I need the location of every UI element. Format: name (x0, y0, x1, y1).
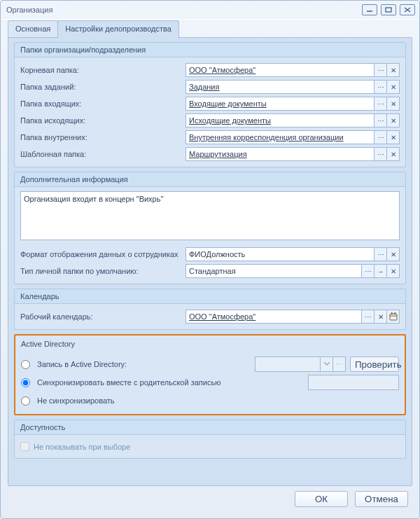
dialog-footer: ОК Отмена (8, 486, 412, 511)
tab-docflow[interactable]: Настройки делопроизводства (57, 20, 179, 39)
ad-record-browse-button[interactable]: ⋯ (333, 357, 346, 372)
tab-page-docflow: Папки организации/подразделения Корневая… (8, 38, 412, 485)
svg-rect-6 (391, 312, 393, 314)
label-outgoing-folder: Папка исходящих: (20, 116, 186, 125)
personal-folder-browse-button[interactable]: ⋯ (362, 264, 374, 278)
label-ad-nosync: Не синхронизировать (37, 396, 115, 405)
work-calendar-browse-button[interactable]: ⋯ (362, 310, 374, 324)
ad-check-button[interactable]: Проверить (350, 357, 399, 372)
svg-rect-7 (394, 312, 396, 314)
cancel-button[interactable]: Отмена (355, 491, 408, 507)
group-extra-title: Дополнительная информация (15, 172, 405, 187)
ad-record-combo[interactable]: ⋯ (255, 357, 346, 372)
label-tasks-folder: Папка заданий: (20, 83, 186, 91)
internal-folder-browse-button[interactable]: ⋯ (374, 130, 387, 144)
group-calendar: Календарь Рабочий календарь: ⋯ ✕ (14, 289, 406, 330)
personal-folder-clear-button[interactable]: ✕ (387, 264, 400, 278)
svg-rect-1 (386, 8, 391, 12)
input-template-folder[interactable] (186, 147, 374, 161)
client-area: Основная Настройки делопроизводства Папк… (1, 20, 419, 518)
group-calendar-title: Календарь (15, 289, 405, 304)
input-root-folder[interactable] (186, 63, 374, 77)
internal-folder-clear-button[interactable]: ✕ (387, 130, 400, 144)
personal-folder-go-button[interactable]: → (374, 264, 387, 278)
radio-ad-nosync[interactable] (21, 396, 30, 406)
close-button[interactable] (400, 4, 415, 15)
root-folder-browse-button[interactable]: ⋯ (374, 63, 387, 77)
input-emp-display[interactable] (186, 247, 374, 261)
chevron-down-icon[interactable] (321, 357, 333, 372)
label-ad-record: Запись в Active Directory: (37, 360, 127, 368)
tab-main[interactable]: Основная (8, 20, 58, 38)
group-availability-title: Доступность (15, 420, 405, 435)
template-folder-clear-button[interactable]: ✕ (387, 147, 400, 161)
minimize-button[interactable] (362, 4, 377, 15)
svg-rect-4 (390, 314, 397, 320)
group-ad-title: Active Directory (15, 335, 405, 351)
group-folders: Папки организации/подразделения Корневая… (14, 42, 406, 167)
extra-memo[interactable] (20, 191, 400, 240)
group-active-directory: Active Directory Запись в Active Directo… (14, 334, 406, 415)
titlebar: Организация (1, 1, 419, 19)
input-outgoing-folder[interactable] (186, 113, 374, 127)
outgoing-folder-clear-button[interactable]: ✕ (387, 113, 400, 127)
label-root-folder: Корневая папка: (20, 66, 186, 74)
root-folder-clear-button[interactable]: ✕ (387, 63, 400, 77)
incoming-folder-browse-button[interactable]: ⋯ (374, 97, 387, 111)
radio-ad-sync[interactable] (21, 378, 30, 387)
radio-ad-record[interactable] (21, 360, 30, 369)
ad-parent-field (308, 375, 399, 390)
window: Организация Основная Настройки делопроиз… (0, 0, 420, 519)
input-incoming-folder[interactable] (186, 97, 374, 111)
tab-page-container: Папки организации/подразделения Корневая… (8, 37, 412, 486)
input-work-calendar[interactable] (186, 310, 362, 324)
emp-display-clear-button[interactable]: ✕ (387, 247, 400, 261)
template-folder-browse-button[interactable]: ⋯ (374, 147, 387, 161)
input-tasks-folder[interactable] (186, 80, 374, 94)
input-personal-folder[interactable] (186, 264, 362, 278)
tab-bar: Основная Настройки делопроизводства (8, 20, 412, 37)
input-internal-folder[interactable] (186, 130, 374, 144)
calendar-icon[interactable] (387, 310, 400, 324)
emp-display-browse-button[interactable]: ⋯ (374, 247, 387, 261)
tasks-folder-browse-button[interactable]: ⋯ (374, 80, 387, 94)
group-extra: Дополнительная информация Формат отображ… (14, 172, 406, 284)
label-template-folder: Шаблонная папка: (20, 150, 186, 158)
label-personal-folder: Тип личной папки по умолчанию: (20, 267, 186, 275)
label-internal-folder: Папка внутренних: (20, 133, 186, 141)
group-folders-title: Папки организации/подразделения (15, 43, 405, 57)
checkbox-hide-on-select[interactable] (20, 442, 29, 451)
outgoing-folder-browse-button[interactable]: ⋯ (374, 113, 387, 127)
maximize-button[interactable] (381, 4, 396, 15)
window-title: Организация (5, 6, 358, 14)
ok-button[interactable]: ОК (295, 491, 348, 507)
label-incoming-folder: Папка входящих: (20, 99, 186, 108)
label-work-calendar: Рабочий календарь: (20, 312, 186, 321)
work-calendar-clear-button[interactable]: ✕ (374, 310, 387, 324)
tasks-folder-clear-button[interactable]: ✕ (387, 80, 400, 94)
label-emp-display: Формат отображения данных о сотрудниках (20, 250, 186, 258)
label-ad-sync: Синхронизировать вместе с родительской з… (37, 378, 220, 387)
label-hide-on-select: Не показывать при выборе (34, 443, 130, 451)
incoming-folder-clear-button[interactable]: ✕ (387, 97, 400, 111)
group-availability: Доступность Не показывать при выборе (14, 420, 406, 459)
